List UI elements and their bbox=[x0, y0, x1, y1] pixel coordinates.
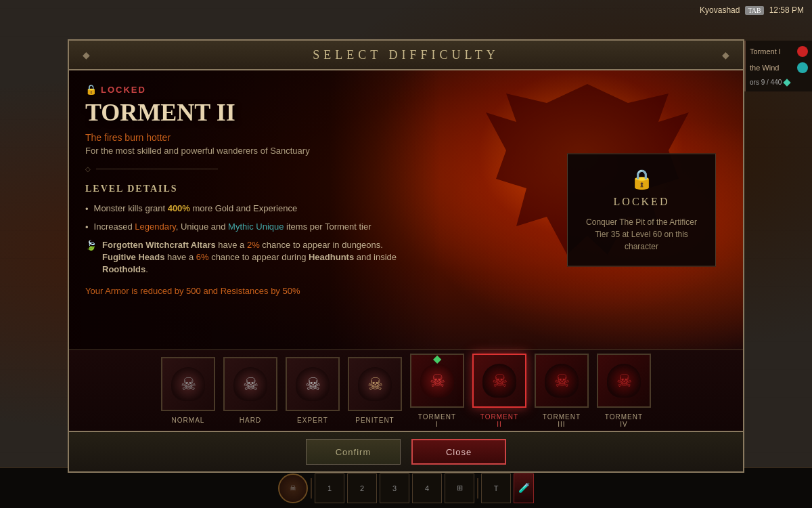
leaf-icon: 🍃 bbox=[85, 239, 97, 253]
hud-slot-4[interactable]: 4 bbox=[412, 473, 442, 503]
locked-badge: 🔒 LOCKED bbox=[85, 84, 424, 96]
difficulty-description: For the most skilled and powerful wander… bbox=[85, 146, 424, 156]
card-art bbox=[225, 358, 276, 410]
close-button[interactable]: Close bbox=[411, 439, 506, 465]
info-panel: 🔒 LOCKED TORMENT II The fires burn hotte… bbox=[69, 70, 440, 350]
difficulty-card-torment2-image bbox=[472, 354, 526, 408]
locked-panel-description: Conquer The Pit of the Artificer Tier 35… bbox=[581, 216, 702, 253]
difficulty-card-torment1[interactable]: TORMENTI bbox=[410, 354, 464, 428]
gold-diamond-icon bbox=[784, 79, 791, 86]
difficulty-card-normal[interactable]: NORMAL bbox=[161, 357, 215, 424]
tab-badge: TAB bbox=[745, 6, 763, 15]
bottom-hud: ☠ 1 2 3 4 ⊞ T 🧪 bbox=[0, 467, 812, 508]
divider-line bbox=[96, 169, 218, 169]
hud-slot-grid[interactable]: ⊞ bbox=[445, 473, 474, 503]
detail-text-3: Forgotten Witchcraft Altars have a 2% ch… bbox=[102, 239, 424, 276]
difficulty-card-expert[interactable]: EXPERT bbox=[286, 357, 340, 424]
dialog-title: SELECT DIFFICULTY bbox=[313, 48, 499, 62]
detail-text-1: Monster kills grant 400% more Gold and E… bbox=[94, 203, 298, 215]
level-details-header: LEVEL DETAILS bbox=[85, 184, 424, 194]
difficulty-label-torment2: TORMENTII bbox=[480, 413, 518, 428]
torment-label: Torment I bbox=[750, 47, 781, 56]
card-art bbox=[598, 355, 650, 406]
difficulty-label-normal: NORMAL bbox=[172, 417, 205, 424]
sidebar-torment-row: Torment I bbox=[750, 46, 808, 57]
gold-text: ors 9 / 440 bbox=[750, 79, 782, 86]
detail-item-3: 🍃 Forgotten Witchcraft Altars have a 2% … bbox=[85, 239, 424, 276]
skull-icon-hard bbox=[233, 367, 267, 401]
hud-separator-1 bbox=[311, 478, 312, 499]
difficulty-card-normal-image bbox=[161, 357, 215, 411]
bullet-icon-2: • bbox=[85, 221, 89, 234]
difficulty-card-torment1-image bbox=[410, 354, 464, 408]
confirm-button[interactable]: Confirm bbox=[306, 439, 401, 465]
difficulty-label-expert: EXPERT bbox=[297, 417, 328, 424]
difficulty-label-penitent: PENITENT bbox=[355, 417, 394, 424]
difficulty-card-hard[interactable]: HARD bbox=[223, 357, 277, 424]
player-name: Kyovashad bbox=[700, 5, 740, 15]
card-art bbox=[162, 358, 214, 410]
difficulty-name: TORMENT II bbox=[85, 100, 424, 127]
locked-panel-title: LOCKED bbox=[581, 196, 702, 208]
dialog-content: 🔒 LOCKED TORMENT II The fires burn hotte… bbox=[69, 70, 743, 431]
difficulty-card-hard-image bbox=[223, 357, 277, 411]
dialog-footer: Confirm Close bbox=[69, 431, 743, 471]
hud-flask-slot[interactable]: 🧪 bbox=[514, 473, 534, 503]
difficulty-label-torment4: TORMENTIV bbox=[605, 413, 643, 428]
hud-character-slot[interactable]: ☠ bbox=[278, 473, 308, 503]
card-art bbox=[411, 355, 463, 406]
skull-icon-torment4 bbox=[607, 364, 641, 398]
hud-slot-1[interactable]: 1 bbox=[315, 473, 344, 503]
skull-icon-penitent bbox=[358, 367, 392, 401]
difficulty-card-torment2[interactable]: TORMENTII bbox=[472, 354, 526, 428]
gold-row: ors 9 / 440 bbox=[750, 79, 808, 86]
hero-banner: 🔒 LOCKED TORMENT II The fires burn hotte… bbox=[69, 70, 743, 350]
difficulty-card-torment4[interactable]: TORMENTIV bbox=[597, 354, 651, 428]
bullet-icon-1: • bbox=[85, 203, 89, 215]
hud-slot-2[interactable]: 2 bbox=[347, 473, 377, 503]
armor-warning: Your Armor is reduced by 500 and Resista… bbox=[85, 286, 424, 296]
wind-text: the Wind bbox=[750, 64, 779, 72]
hud-slot-3[interactable]: 3 bbox=[380, 473, 409, 503]
skull-icon-torment2 bbox=[482, 364, 516, 398]
wind-icon bbox=[795, 60, 811, 76]
card-art bbox=[349, 358, 401, 410]
skull-icon-normal bbox=[171, 367, 205, 401]
detail-text-2: Increased Legendary, Unique and Mythic U… bbox=[94, 221, 371, 233]
dialog-titlebar: SELECT DIFFICULTY bbox=[69, 41, 743, 70]
difficulty-selector: NORMAL HARD EXPERT bbox=[69, 350, 743, 431]
lock-icon: 🔒 bbox=[85, 84, 97, 96]
difficulty-card-torment4-image bbox=[597, 354, 651, 408]
hud-slot-t[interactable]: T bbox=[481, 473, 511, 503]
skull-icon-torment3 bbox=[545, 364, 579, 398]
difficulty-subtitle: The fires burn hotter bbox=[85, 132, 424, 143]
hud-separator-2 bbox=[477, 478, 478, 499]
torment-icon bbox=[797, 46, 808, 57]
time-display: 12:58 PM bbox=[769, 5, 804, 15]
difficulty-card-torment3[interactable]: TORMENTIII bbox=[535, 354, 589, 428]
detail-item-1: • Monster kills grant 400% more Gold and… bbox=[85, 203, 424, 215]
detail-item-2: • Increased Legendary, Unique and Mythic… bbox=[85, 221, 424, 234]
top-hud: Kyovashad TAB 12:58 PM bbox=[700, 5, 804, 15]
difficulty-card-penitent-image bbox=[348, 357, 402, 411]
card-art bbox=[536, 355, 587, 406]
difficulty-card-expert-image bbox=[286, 357, 340, 411]
right-sidebar: Torment I the Wind ors 9 / 440 bbox=[744, 41, 812, 91]
card-art bbox=[474, 355, 525, 406]
locked-text: LOCKED bbox=[101, 85, 146, 95]
divider-diamond-icon: ◇ bbox=[85, 165, 91, 173]
select-difficulty-dialog: SELECT DIFFICULTY 🔒 LOCKED TORMENT II Th… bbox=[68, 39, 744, 473]
card-art bbox=[287, 358, 338, 410]
sidebar-wind-row: the Wind bbox=[750, 62, 808, 73]
skull-icon-expert bbox=[296, 367, 330, 401]
difficulty-label-hard: HARD bbox=[240, 417, 261, 424]
difficulty-card-penitent[interactable]: PENITENT bbox=[348, 357, 402, 424]
locked-requirement-panel: 🔒 LOCKED Conquer The Pit of the Artifice… bbox=[567, 154, 716, 267]
skull-icon-torment1 bbox=[420, 364, 454, 398]
difficulty-label-torment1: TORMENTI bbox=[418, 413, 456, 428]
difficulty-card-torment3-image bbox=[535, 354, 589, 408]
difficulty-label-torment3: TORMENTIII bbox=[543, 413, 581, 428]
divider: ◇ bbox=[85, 165, 424, 173]
locked-panel-lock-icon: 🔒 bbox=[581, 168, 702, 190]
